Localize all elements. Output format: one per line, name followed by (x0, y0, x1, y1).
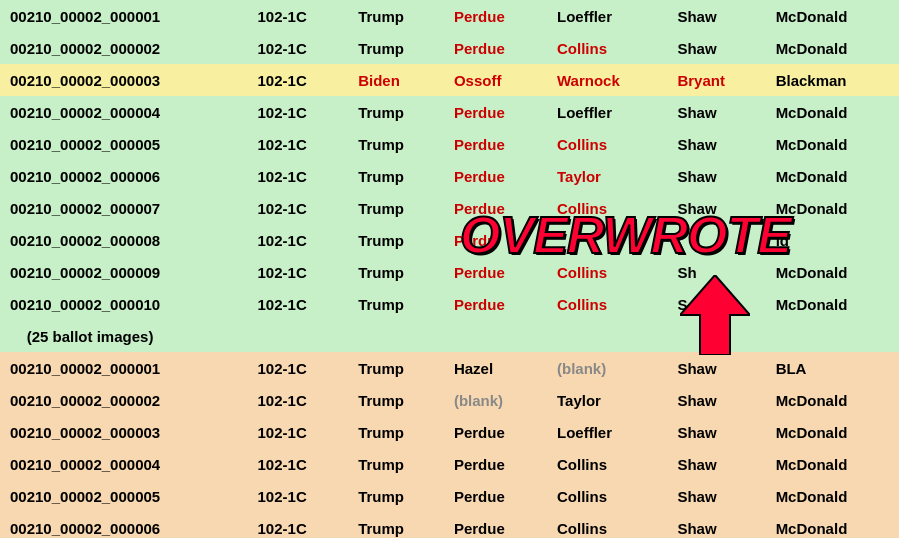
col-trump: Trump (348, 192, 444, 224)
col-mcdonald: McDonald (766, 32, 899, 64)
col-perdue: Perdue (444, 448, 547, 480)
svg-marker-0 (680, 275, 750, 355)
col-collins: Collins (547, 480, 667, 512)
precinct: 102-1C (248, 256, 349, 288)
col-blank: (blank) (444, 384, 547, 416)
col-shaw: Shaw (667, 160, 765, 192)
col-mcdonald: McDonald (766, 0, 899, 32)
col-mcdonald: McDonald (766, 96, 899, 128)
ballot-id: 00210_00002_000002 (0, 384, 248, 416)
ballot-id: 00210_00002_000001 (0, 352, 248, 384)
col-perdue: Perdue (444, 128, 547, 160)
table-row: 00210_00002_000006 102-1C Trump Perdue T… (0, 160, 899, 192)
col-shaw: Shaw (667, 480, 765, 512)
col-trump: Trump (348, 96, 444, 128)
col-trump: Trump (348, 352, 444, 384)
col-collins: Collins (547, 128, 667, 160)
col-ossoff: Ossoff (444, 64, 547, 96)
col-mcdonald: McDonald (766, 384, 899, 416)
col-perdue: Perdue (444, 480, 547, 512)
col-shaw: Shaw (667, 128, 765, 160)
col-trump: Trump (348, 416, 444, 448)
ballot-id: 00210_00002_000010 (0, 288, 248, 320)
ballot-id: 00210_00002_000009 (0, 256, 248, 288)
table-row: 00210_00002_000002 102-1C Trump (blank) … (0, 384, 899, 416)
ballot-id: 00210_00002_000005 (0, 480, 248, 512)
col-trump: Trump (348, 288, 444, 320)
precinct: 102-1C (248, 96, 349, 128)
col-bryant: Bryant (667, 64, 765, 96)
table-row: 00210_00002_000001 102-1C Trump Hazel (b… (0, 352, 899, 384)
col-trump: Trump (348, 448, 444, 480)
ballot-id: 00210_00002_000002 (0, 32, 248, 64)
table-row: 00210_00002_000004 102-1C Trump Perdue C… (0, 448, 899, 480)
col-mcdonald: McDonald (766, 416, 899, 448)
col-trump: Trump (348, 160, 444, 192)
table-row: 00210_00002_000002 102-1C Trump Perdue C… (0, 32, 899, 64)
col-mcdonald: McDonald (766, 448, 899, 480)
col-warnock: Warnock (547, 64, 667, 96)
ballot-id: 00210_00002_000008 (0, 224, 248, 256)
col-taylor: Taylor (547, 160, 667, 192)
table-row: 00210_00002_000004 102-1C Trump Perdue L… (0, 96, 899, 128)
ballot-id: 00210_00002_000003 (0, 64, 248, 96)
col-blackman: Blackman (766, 64, 899, 96)
precinct: 102-1C (248, 448, 349, 480)
down-arrow-icon (680, 275, 750, 358)
precinct: 102-1C (248, 224, 349, 256)
table-row: 00210_00002_000006 102-1C Trump Perdue C… (0, 512, 899, 538)
col-mcdonald: McDonald (766, 288, 899, 320)
col-trump: Trump (348, 512, 444, 538)
col-shaw: Shaw (667, 96, 765, 128)
col-trump: Trump (348, 224, 444, 256)
col-trump: Trump (348, 480, 444, 512)
col-mcdonald: McDonald (766, 128, 899, 160)
ballot-id: 00210_00002_000006 (0, 512, 248, 538)
precinct: 102-1C (248, 64, 349, 96)
col-taylor: Taylor (547, 384, 667, 416)
table-row: 00210_00002_000001 102-1C Trump Perdue L… (0, 0, 899, 32)
ballot-table: 00210_00002_000001 102-1C Trump Perdue L… (0, 0, 899, 538)
col-collins: Collins (547, 448, 667, 480)
overwrote-label: OVERWROTE (460, 205, 791, 265)
precinct: 102-1C (248, 160, 349, 192)
ballot-id: 00210_00002_000004 (0, 96, 248, 128)
precinct: 102-1C (248, 288, 349, 320)
col-mcdonald: McDonald (766, 160, 899, 192)
col-shaw: Shaw (667, 384, 765, 416)
col-trump: Trump (348, 384, 444, 416)
col-bla: BLA (766, 352, 899, 384)
col-loeffler: Loeffler (547, 96, 667, 128)
col-collins: Collins (547, 288, 667, 320)
precinct: 102-1C (248, 128, 349, 160)
col-perdue: Perdue (444, 512, 547, 538)
precinct: 102-1C (248, 192, 349, 224)
table-row: 00210_00002_000005 102-1C Trump Perdue C… (0, 480, 899, 512)
col-trump: Trump (348, 256, 444, 288)
ballot-id: 00210_00002_000001 (0, 0, 248, 32)
ballot-id: 00210_00002_000005 (0, 128, 248, 160)
col-biden: Biden (348, 64, 444, 96)
precinct: 102-1C (248, 416, 349, 448)
col-shaw: Shaw (667, 0, 765, 32)
col-blank: (blank) (547, 352, 667, 384)
col-trump: Trump (348, 0, 444, 32)
ballot-summary-row: (25 ballot images) (0, 320, 899, 352)
col-trump: Trump (348, 128, 444, 160)
col-mcdonald: McDonald (766, 512, 899, 538)
table-row: 00210_00002_000010 102-1C Trump Perdue C… (0, 288, 899, 320)
precinct: 102-1C (248, 32, 349, 64)
col-shaw: Shaw (667, 416, 765, 448)
col-shaw: Shaw (667, 448, 765, 480)
col-perdue: Perdue (444, 416, 547, 448)
col-shaw: Shaw (667, 512, 765, 538)
precinct: 102-1C (248, 352, 349, 384)
col-loeffler: Loeffler (547, 0, 667, 32)
main-container: 00210_00002_000001 102-1C Trump Perdue L… (0, 0, 899, 538)
col-collins: Collins (547, 32, 667, 64)
ballot-id: 00210_00002_000007 (0, 192, 248, 224)
table-row: 00210_00002_000003 102-1C Trump Perdue L… (0, 416, 899, 448)
precinct: 102-1C (248, 0, 349, 32)
col-perdue: Perdue (444, 32, 547, 64)
precinct: 102-1C (248, 480, 349, 512)
